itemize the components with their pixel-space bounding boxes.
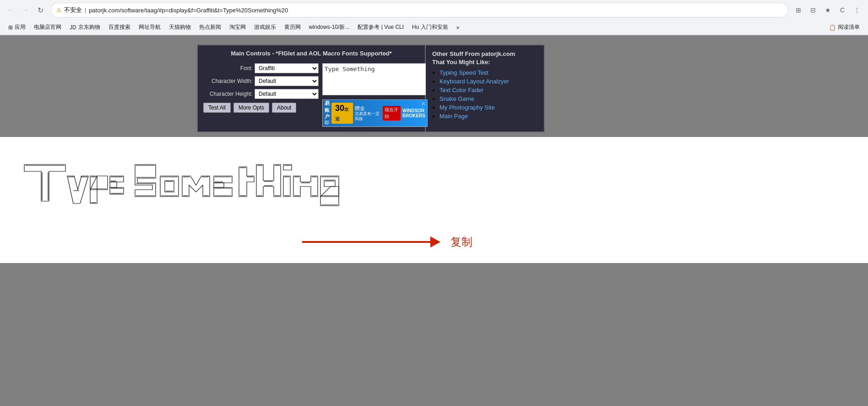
bookmark-8[interactable]: 游戏娱乐 [250,22,280,33]
main-panel: Main Controls - *FIGlet and AOL Macro Fo… [197,44,545,132]
bookmark-9-label: 黄历网 [284,23,301,31]
photography-link[interactable]: My Photography Site [439,104,495,111]
security-label: 不安全 [64,6,82,14]
bookmark-1-label: 电脑店官网 [34,23,61,31]
svg-marker-55 [283,176,290,197]
graffiti-svg [16,155,355,215]
svg-marker-59 [293,176,318,197]
bookmark-apps-label: 应用 [15,23,26,31]
char-width-label: Character Width: [202,78,253,84]
text-color-link[interactable]: Text Color Fader [439,87,483,93]
char-width-select[interactable]: Default Full Width Fitted [255,76,319,86]
arrow-head [430,236,440,247]
bookmark-2-label: 京东购物 [78,23,100,31]
reload-button[interactable]: ↻ [34,4,47,16]
bookmark-6-label: 热点新闻 [199,23,221,31]
address-bar[interactable]: ⚠ 不安全 | patorjk.com/software/taag/#p=dis… [50,3,788,17]
bookmark-11-label: 配置参考 | Vue CLI [358,23,404,31]
bookmark-6[interactable]: 热点新闻 [195,22,225,33]
bookmark-5[interactable]: 天猫购物 [165,22,195,33]
bookmark-1[interactable]: 电脑店官网 [30,22,65,33]
extensions-button[interactable]: ⊞ [792,4,805,16]
svg-marker-38 [214,187,232,197]
svg-marker-47 [256,165,281,197]
page-content: Main Controls - *FIGlet and AOL Macro Fo… [0,35,868,406]
test-all-button[interactable]: Test All [203,103,231,113]
bookmark-3[interactable]: 百度搜索 [105,22,134,33]
char-height-row: Character Height: Default Full Height Fi… [202,89,319,99]
controls-left: Font: Graffiti Standard Banner Character… [202,63,319,127]
about-button[interactable]: About [272,103,296,113]
svg-marker-26 [165,181,174,192]
graffiti-container [9,146,859,221]
bookmark-2-icon: JD [70,24,76,31]
other-title: Other Stuff From patorjk.com That You Mi… [432,50,537,66]
ascii-display-area: 复制 [0,137,868,263]
browser-chrome: ← → ↻ ⚠ 不安全 | patorjk.com/software/taag/… [0,0,868,35]
more-opts-button[interactable]: More Opts [233,103,269,113]
svg-marker-31 [182,176,210,197]
svg-marker-67 [320,187,339,206]
bookmarks-bar: ⊞ 应用 电脑店官网 JD 京东购物 百度搜索 网址导航 天猫购物 热点新闻 淘… [0,20,868,35]
bookmark-10-label: windows-10/新... [309,23,350,31]
bookmark-5-label: 天猫购物 [169,23,191,31]
toolbar-icons: ⊞ ⊟ ★ C ⋮ [792,4,863,16]
list-item-2: Keyboard Layout Analzyer [439,78,537,85]
bookmark-8-label: 游戏娱乐 [254,23,276,31]
font-label: Font: [202,65,253,71]
other-panel: Other Stuff From patorjk.com That You Mi… [426,44,545,132]
font-select[interactable]: Graffiti Standard Banner [255,63,319,73]
bookmark-11[interactable]: 配置参考 | Vue CLI [354,22,407,33]
controls-body: Font: Graffiti Standard Banner Character… [202,63,420,127]
font-row: Font: Graffiti Standard Banner [202,63,319,73]
bookmark-2[interactable]: JD 京东购物 [66,22,104,33]
list-item-6: Main Page [439,113,537,120]
char-height-label: Character Height: [202,91,253,97]
copy-arrow [302,236,440,247]
url-separator: | [85,7,86,13]
controls-panel: Main Controls - *FIGlet and AOL Macro Fo… [197,44,426,132]
action-buttons: Test All More Opts About [202,103,319,113]
reading-list-label: 阅读清单 [838,23,860,31]
bookmark-4[interactable]: 网址导航 [135,22,164,33]
controls-right: Type Something 开设交易账户 即可获得 30欢迎 [322,63,428,127]
reading-list[interactable]: 📋 阅读清单 [825,22,863,33]
bookmark-3-label: 百度搜索 [108,23,130,31]
nav-buttons: ← → ↻ [5,4,47,16]
bookmark-9[interactable]: 黄历网 [281,22,304,33]
list-item-5: My Photography Site [439,104,537,111]
svg-marker-9 [90,176,108,190]
translate-button[interactable]: ⊟ [807,4,819,16]
keyboard-layout-link[interactable]: Keyboard Layout Analzyer [439,78,509,85]
arrow-line [302,241,430,243]
bookmark-apps[interactable]: ⊞ 应用 [5,22,29,33]
svg-marker-14 [110,182,117,187]
apps-icon: ⊞ [8,24,13,31]
char-height-select[interactable]: Default Full Height Fitted [255,89,319,99]
profile-button[interactable]: C [836,4,849,16]
ad-area: 开设交易账户 即可获得 30欢迎 赠金 交易是有一定风险 现在开始 [322,99,428,127]
back-button[interactable]: ← [5,4,17,16]
typing-speed-link[interactable]: Typing Speed Test [439,69,488,76]
copy-area: 复制 [9,221,859,254]
bookmark-7[interactable]: 淘宝网 [226,22,250,33]
svg-marker-20 [135,165,156,197]
list-item-1: Typing Speed Test [439,69,537,76]
list-item-4: Snake Game [439,95,537,102]
controls-title: Main Controls - *FIGlet and AOL Macro Fo… [202,50,420,59]
svg-marker-37 [214,183,224,187]
bookmark-button[interactable]: ★ [821,4,834,16]
text-input[interactable]: Type Something [322,63,428,95]
bookmark-10[interactable]: windows-10/新... [305,22,353,33]
bookmark-more[interactable]: » [453,22,463,33]
main-page-link[interactable]: Main Page [439,113,468,120]
bookmark-12[interactable]: Hu 入门和安装 [408,22,452,33]
snake-game-link[interactable]: Snake Game [439,95,474,102]
copy-label[interactable]: 复制 [450,235,472,249]
list-item-3: Text Color Fader [439,87,537,93]
security-icon: ⚠ [56,7,61,13]
char-width-row: Character Width: Default Full Width Fitt… [202,76,319,86]
forward-button[interactable]: → [19,4,32,16]
more-button[interactable]: ⋮ [851,4,863,16]
svg-marker-4 [67,176,88,203]
